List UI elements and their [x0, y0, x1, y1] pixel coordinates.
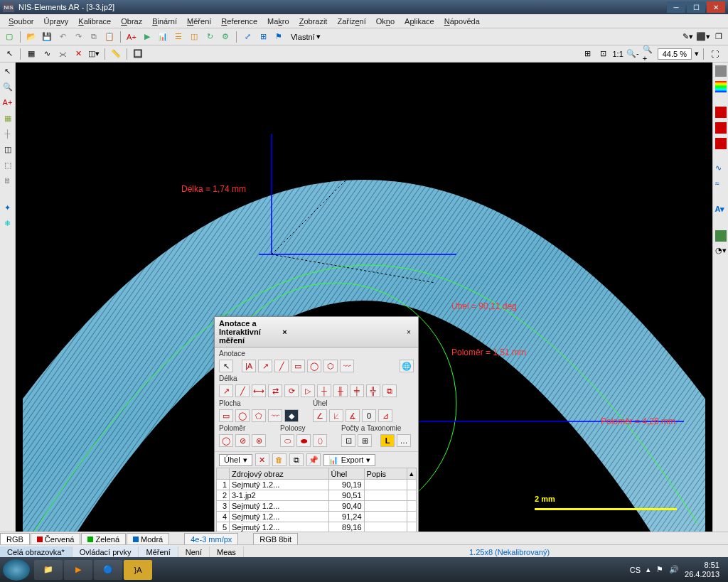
len-9-icon[interactable]: ╪ [350, 384, 364, 397]
len-5-icon[interactable]: ⟳ [284, 384, 299, 397]
rad-2-icon[interactable]: ⊘ [235, 434, 250, 447]
menu-makro[interactable]: Makro [263, 16, 294, 27]
tab-red[interactable]: Červená [31, 533, 81, 545]
delete-icon[interactable]: ✕ [72, 48, 85, 60]
ftab-meas[interactable]: Meas [210, 546, 244, 558]
rb-red3-icon[interactable] [715, 138, 727, 149]
tool-line-icon[interactable]: ╱ [274, 360, 289, 372]
brush-icon[interactable]: ✎▾ [681, 31, 694, 43]
crop-icon[interactable]: ◫▾ [87, 48, 100, 60]
pin-icon[interactable]: 📌 [306, 453, 321, 466]
annotation-polomer2[interactable]: Poloměr = 4,26 mm [599, 416, 678, 427]
tray-up-icon[interactable]: ▴ [646, 565, 651, 574]
table-row[interactable]: 1Sejmutý 1.2...90,19 [217, 480, 417, 490]
copy-data-icon[interactable]: ⧉ [289, 453, 304, 466]
axis-3-icon[interactable]: ⬯ [313, 434, 327, 447]
rb-red-icon[interactable] [715, 107, 727, 118]
annot-tool-icon[interactable]: A+ [2, 97, 14, 108]
area-rect-icon[interactable]: ▭ [219, 409, 233, 422]
axis-1-icon[interactable]: ⬭ [280, 434, 294, 447]
col-n[interactable] [217, 468, 230, 480]
add-icon[interactable]: ⊞ [257, 31, 269, 43]
ang-val-icon[interactable]: 0 [362, 409, 376, 422]
menu-obraz[interactable]: Obraz [117, 16, 146, 27]
export-button[interactable]: 📊 Export ▾ [323, 454, 376, 466]
menu-soubor[interactable]: Soubor [4, 16, 38, 27]
menu-mereni[interactable]: Měření [183, 16, 215, 27]
palette-icon[interactable]: ⬛▾ [697, 31, 710, 43]
zoom-tool-icon[interactable]: 🔍 [2, 81, 14, 92]
copy-icon[interactable]: ⧉ [87, 31, 100, 43]
ftab-measure[interactable]: Měření [139, 546, 178, 558]
len-8-icon[interactable]: ╫ [333, 384, 348, 397]
ruler-icon[interactable]: 📏 [109, 48, 122, 60]
del-sel-icon[interactable]: ✕ [255, 453, 269, 466]
undo-icon[interactable]: ↶ [56, 31, 69, 43]
text-tool-icon[interactable]: A+ [125, 31, 138, 43]
panel-close-button[interactable]: × [404, 327, 414, 337]
actual-icon[interactable]: ⊡ [596, 48, 609, 60]
blue-tool-icon[interactable]: ✦ [2, 202, 14, 213]
flag-icon[interactable]: ⚑ [272, 31, 285, 43]
crop2-tool-icon[interactable]: ◫ [2, 144, 14, 155]
len-11-icon[interactable]: ⧉ [382, 384, 397, 397]
cursor-tool-icon[interactable]: ↖ [2, 65, 14, 77]
pointer-icon[interactable]: ↖ [3, 48, 16, 60]
hist-icon[interactable]: ☰ [172, 31, 185, 43]
ftab-fullscreen[interactable]: Celá obrazovka* [0, 546, 73, 558]
len-10-icon[interactable]: ╬ [366, 384, 380, 397]
paste-icon[interactable]: 📋 [103, 31, 116, 43]
tool-ellipse-icon[interactable]: ◯ [307, 360, 321, 372]
task-explorer-icon[interactable]: 📁 [34, 560, 63, 580]
rb-A-icon[interactable]: A▾ [715, 205, 727, 216]
minimize-button[interactable]: ─ [667, 1, 685, 13]
area-free-icon[interactable]: 〰 [268, 409, 282, 422]
filter-select[interactable]: Úhel ▾ [219, 454, 252, 466]
col-scroll[interactable]: ▴ [407, 468, 417, 480]
tool-free-icon[interactable]: 〰 [340, 360, 354, 372]
zoom-out-icon[interactable]: 🔍- [626, 48, 639, 60]
tax-1-icon[interactable]: ⊡ [341, 434, 355, 447]
rb-green-icon[interactable] [715, 230, 727, 242]
menu-napoveda[interactable]: Nápověda [440, 16, 484, 27]
task-chrome-icon[interactable]: 🔵 [94, 560, 122, 580]
rad-1-icon[interactable]: ◯ [219, 434, 233, 447]
task-media-icon[interactable]: ▶ [64, 560, 92, 580]
tax-2-icon[interactable]: ⊞ [358, 434, 372, 447]
macro-icon[interactable]: ▶ [141, 31, 154, 43]
col-popis[interactable]: Popis [364, 468, 407, 480]
tool-globe-icon[interactable]: 🌐 [400, 360, 414, 372]
selection-tool-icon[interactable]: ⬚ [2, 159, 14, 171]
sync-icon[interactable]: ↻ [203, 31, 216, 43]
new-icon[interactable]: ▢ [3, 31, 16, 43]
tax-L-icon[interactable]: L [380, 434, 395, 447]
tool-rect-icon[interactable]: ▭ [291, 360, 305, 372]
tax-more-icon[interactable]: … [397, 434, 411, 447]
grid2-tool-icon[interactable]: ┼ [2, 128, 14, 139]
ang-1-icon[interactable]: ∠ [313, 409, 327, 422]
ang-2-icon[interactable]: ⟀ [329, 409, 343, 422]
open-icon[interactable]: 📂 [25, 31, 38, 43]
menu-binarni[interactable]: Binární [148, 16, 181, 27]
cyan-tool-icon[interactable]: ❄ [2, 217, 14, 229]
tab-scale[interactable]: 4e-3 mm/px [184, 533, 238, 545]
annotation-delka[interactable]: Délka = 1,74 mm [179, 183, 248, 195]
expand-icon[interactable]: ⛶ [708, 48, 721, 60]
layer-icon[interactable]: ◫ [188, 31, 200, 43]
len-1-icon[interactable]: ↗ [219, 384, 233, 397]
area-ell-icon[interactable]: ◯ [235, 409, 250, 422]
rb-wave-icon[interactable]: ∿ [715, 163, 727, 175]
menu-zobrazit[interactable]: Zobrazit [295, 16, 332, 27]
col-src[interactable]: Zdrojový obraz [230, 468, 329, 480]
tab-green[interactable]: Zelená [81, 533, 126, 545]
save-icon[interactable]: 💾 [41, 31, 53, 43]
len-7-icon[interactable]: ┼ [317, 384, 331, 397]
menu-reference[interactable]: Reference [217, 16, 262, 27]
area-auto-icon[interactable]: ◆ [284, 409, 299, 422]
annotation-polomer1[interactable]: Poloměr = 1,51 mm [449, 347, 528, 358]
peaks-icon[interactable]: ⩙ [56, 48, 69, 60]
len-4-icon[interactable]: ⇄ [268, 384, 282, 397]
grid-icon[interactable]: ▦ [25, 48, 38, 60]
toolbar-dropdown[interactable]: Vlastní ▾ [288, 32, 323, 41]
rb-spectrum-icon[interactable] [715, 81, 727, 92]
